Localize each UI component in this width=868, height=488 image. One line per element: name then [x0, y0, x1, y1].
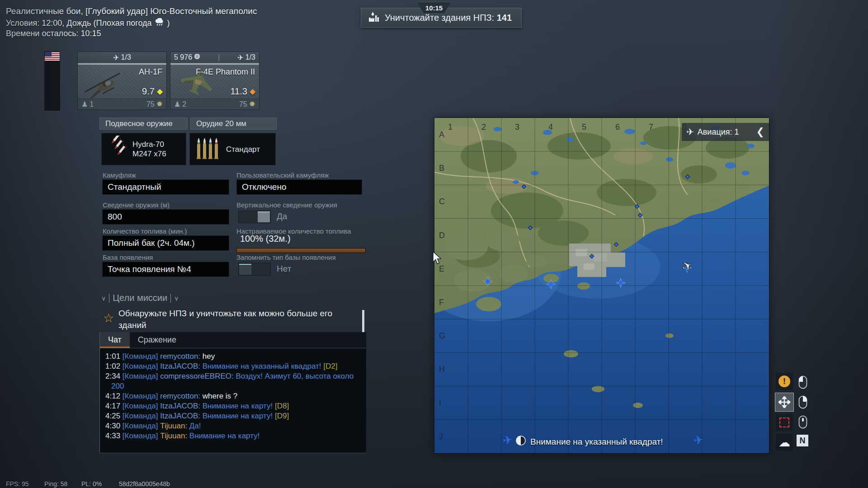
friendly-plane-icon: ✈ [693, 433, 704, 448]
cloud-icon: ☁ [778, 436, 790, 450]
aviation-counter: ✈ Авиация: 1 ❮ [682, 123, 769, 141]
plane-slot-icon: ✈ [113, 53, 119, 62]
tab-battle[interactable]: Сражение [130, 332, 184, 348]
objective-count: 141 [497, 13, 512, 23]
chevron-down-icon: ∨ [174, 295, 179, 302]
collapse-map-chevron[interactable]: ❮ [756, 126, 764, 138]
grid-row-label: H [439, 365, 445, 374]
divider [170, 294, 171, 303]
skill-star-icon: ✹ [249, 99, 255, 109]
battle-rating: 9.7 ◆ [142, 86, 163, 97]
vehicle-name: F-4E Phantom II [196, 67, 255, 77]
vehicle-image-area: F-4E Phantom II 11.3 ◆ [170, 63, 259, 99]
camo-label: Камуфляж [103, 171, 136, 179]
aviation-label: Авиация: 1 [698, 127, 739, 137]
mission-objective-text: Обнаружьте НПЗ и уничтожьте как можно бо… [118, 308, 357, 331]
remember-spawn-toggle[interactable] [238, 263, 271, 276]
mouse-lmb-hint [796, 374, 810, 390]
vehicle-card-ah1f[interactable]: ✈ 1/3 AH-1F 9.7 ◆ ♟1 75✹ [77, 52, 167, 110]
loadout-standard-belt[interactable]: Стандарт [189, 133, 276, 165]
area-select-button[interactable] [776, 414, 793, 431]
grid-col-label: 7 [649, 122, 653, 131]
friendly-plane-icon: ✈ [502, 433, 514, 448]
silver-lion-icon [194, 53, 200, 61]
battle-rating: 11.3 ◆ [230, 86, 255, 97]
br-value: 11.3 [230, 86, 247, 97]
grid-row-label: C [439, 197, 445, 206]
crew-skill: 75 [146, 100, 155, 108]
session-id: 58d2f8a0005e48b [119, 480, 170, 488]
mission-objectives-header[interactable]: ∨ Цели миссии ∨ [101, 293, 179, 303]
loadout-line2: M247 x76 [132, 149, 166, 159]
br-diamond-icon: ◆ [250, 87, 255, 96]
convergence-label: Сведение оружия (м) [103, 201, 170, 209]
fuel-select[interactable]: Полный бак (2ч. 04м.) [102, 235, 229, 251]
tab-suspended-weapons[interactable]: Подвесное оружие [99, 117, 188, 130]
slot-count: 1/3 [245, 53, 255, 61]
divider [109, 294, 109, 303]
north-icon: N [797, 435, 808, 446]
ping-counter: Ping: 58 [44, 480, 67, 488]
custom-fuel-slider[interactable] [236, 248, 366, 253]
tab-cannon-20mm[interactable]: Орудие 20 мм [190, 117, 277, 130]
vehicle-card-header: 5 976 | ✈ 1/3 [170, 52, 259, 63]
chat-messages: 1:01 [Команда] remycotton: hey1:02 [Кома… [100, 348, 366, 441]
grid-row-label: I [439, 399, 441, 408]
spawn-base-select[interactable]: Точка появления №4 [102, 262, 229, 277]
camo-select[interactable]: Стандартный [102, 179, 229, 195]
objective-text: Уничтожайте здания НПЗ: 141 [385, 13, 512, 23]
mission-objectives-title: Цели миссии [113, 293, 167, 303]
mouse-icon [515, 435, 526, 448]
mouse-cursor [433, 251, 443, 267]
loadout-line1: Hydra-70 [132, 140, 166, 149]
dashed-square-icon [779, 418, 789, 427]
loadout-name: Стандарт [226, 145, 260, 154]
slider-fill [237, 249, 365, 253]
helicopter-art [80, 70, 129, 98]
tab-chat[interactable]: Чат [100, 332, 130, 348]
vehicle-card-f4e[interactable]: 5 976 | ✈ 1/3 F-4E Phantom II [170, 52, 259, 110]
fuel-label: Количество топлива (мин.) [103, 227, 187, 235]
map-alert-text: Внимание на указанный квадрат! [530, 437, 663, 447]
packet-loss: PL: 0% [81, 480, 102, 488]
vehicle-name: AH-1F [139, 67, 162, 77]
chat-message: 1:02 [Команда] ItzaJACOB: Внимание на ук… [105, 361, 362, 371]
loadout-name: Hydra-70 M247 x76 [132, 140, 166, 159]
move-icon [778, 396, 790, 408]
refinery-icon [368, 11, 380, 24]
alert-mode-button[interactable]: ! [776, 373, 793, 390]
crew-icon: ♟ [81, 100, 88, 108]
tactical-map[interactable]: 12345678ABCDEFGHIJ ✈✈✈ [434, 117, 769, 454]
loadout-hydra[interactable]: Hydra-70 M247 x76 [101, 133, 186, 165]
vertical-targeting-toggle[interactable] [238, 211, 271, 223]
rain-cloud-icon [155, 18, 165, 28]
vehicle-card-footer: ♟1 75✹ [78, 99, 166, 109]
mouse-left-icon [798, 375, 807, 389]
br-diamond-icon: ◆ [157, 87, 163, 96]
toggle-thumb [239, 264, 251, 275]
fps-counter: FPS: 95 [6, 480, 29, 488]
warning-icon: ! [778, 375, 790, 387]
weather-layer-button[interactable]: ☁ [776, 434, 793, 451]
objectives-scrollbar[interactable] [362, 310, 364, 333]
pan-mode-button[interactable] [775, 393, 794, 412]
grid-col-label: 2 [481, 122, 486, 131]
plane-icon: ✈ [686, 127, 694, 137]
grid-col-label: 1 [448, 122, 453, 131]
chat-message: 4:25 [Команда] ItzaJACOB: Внимание на ка… [105, 411, 362, 421]
remember-spawn-value: Нет [277, 264, 291, 274]
user-camo-select[interactable]: Отключено [236, 179, 362, 195]
mouse-wheel-hint [796, 414, 810, 430]
objective-label: Уничтожайте здания НПЗ: [385, 13, 494, 23]
chat-message: 1:01 [Команда] remycotton: hey [105, 352, 362, 361]
grid-row-label: D [439, 231, 445, 240]
br-value: 9.7 [142, 86, 155, 97]
map-alert-banner: Внимание на указанный квадрат! [515, 435, 663, 448]
time-remaining: Времени осталось: 10:15 [6, 29, 101, 38]
chat-message: 4:30 [Команда] Tijuuan: Да! [105, 421, 362, 431]
convergence-input[interactable]: 800 [102, 209, 229, 225]
rockets-icon [106, 136, 127, 163]
vehicle-card-header: ✈ 1/3 [78, 52, 166, 63]
vehicle-card-footer: ♟2 75✹ [170, 99, 259, 109]
north-orientation-button[interactable]: N [797, 435, 808, 446]
